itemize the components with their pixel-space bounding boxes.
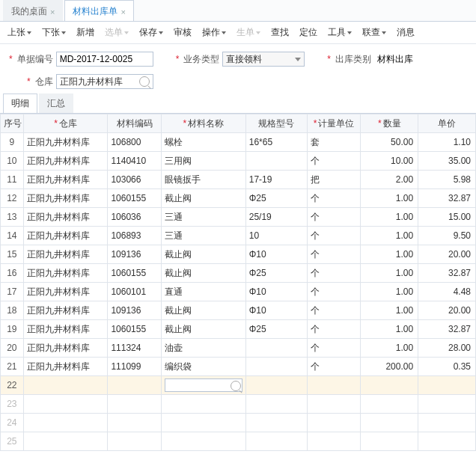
- cell-store[interactable]: 正阳九井材料库: [23, 339, 108, 358]
- cell-store[interactable]: 正阳九井材料库: [23, 320, 108, 339]
- cell-price[interactable]: 20.00: [418, 301, 476, 320]
- cell-qty[interactable]: 1.00: [361, 208, 418, 227]
- cell-uom[interactable]: 套: [307, 133, 361, 152]
- cell-empty[interactable]: [245, 414, 307, 432]
- cell-price[interactable]: 5.98: [418, 171, 476, 189]
- cell-idx[interactable]: 16: [1, 264, 24, 283]
- cell-code[interactable]: 103066: [108, 171, 162, 189]
- toolbar-1[interactable]: 下张: [37, 25, 70, 40]
- cell-price[interactable]: 32.87: [418, 264, 476, 283]
- cell-empty[interactable]: [307, 414, 361, 432]
- cell-name[interactable]: 截止阀: [162, 189, 246, 208]
- cell-spec[interactable]: 25/19: [245, 208, 307, 227]
- cell-empty[interactable]: [361, 376, 418, 395]
- cell-uom[interactable]: 个: [307, 264, 361, 283]
- toolbar-0[interactable]: 上张: [3, 25, 36, 40]
- cell-spec[interactable]: Φ25: [245, 320, 307, 339]
- cell-store[interactable]: 正阳九井材料库: [23, 264, 108, 283]
- cell-name[interactable]: 三通: [162, 227, 246, 245]
- cell-idx[interactable]: 22: [1, 376, 24, 395]
- cell-empty[interactable]: [307, 376, 361, 395]
- cell-name[interactable]: 眼镜扳手: [162, 171, 246, 189]
- cell-idx[interactable]: 11: [1, 171, 24, 189]
- cell-store[interactable]: 正阳九井材料库: [23, 208, 108, 227]
- cell-price[interactable]: 15.00: [418, 208, 476, 227]
- cell-store[interactable]: 正阳九井材料库: [23, 301, 108, 320]
- cell-price[interactable]: 1.10: [418, 133, 476, 152]
- col-header[interactable]: *仓库: [23, 114, 108, 133]
- cell-spec[interactable]: [245, 152, 307, 171]
- cell-empty[interactable]: [23, 432, 108, 451]
- cell-name[interactable]: 油壶: [162, 339, 246, 358]
- cell-store[interactable]: 正阳九井材料库: [23, 227, 108, 245]
- cell-store[interactable]: 正阳九井材料库: [23, 283, 108, 301]
- cell-name[interactable]: 编织袋: [162, 358, 246, 376]
- cell-price[interactable]: 4.48: [418, 283, 476, 301]
- cell-price[interactable]: 9.50: [418, 227, 476, 245]
- cell-spec[interactable]: Φ25: [245, 264, 307, 283]
- cell-code[interactable]: 106800: [108, 133, 162, 152]
- cell-spec[interactable]: Φ10: [245, 283, 307, 301]
- toolbar-8[interactable]: 查找: [266, 25, 293, 40]
- close-icon[interactable]: ×: [50, 7, 55, 16]
- cell-code[interactable]: 106893: [108, 227, 162, 245]
- cell-store[interactable]: 正阳九井材料库: [23, 171, 108, 189]
- cell-qty[interactable]: 1.00: [361, 339, 418, 358]
- cell-idx[interactable]: 21: [1, 358, 24, 376]
- cell-name[interactable]: 截止阀: [162, 245, 246, 264]
- cell-idx[interactable]: 10: [1, 152, 24, 171]
- search-icon[interactable]: [231, 381, 241, 391]
- toolbar-2[interactable]: 新增: [72, 25, 99, 40]
- cell-uom[interactable]: 个: [307, 320, 361, 339]
- cell-code[interactable]: 1060155: [108, 189, 162, 208]
- combo-store[interactable]: 正阳九井材料库: [56, 74, 153, 89]
- cell-price[interactable]: 32.87: [418, 320, 476, 339]
- cell-idx[interactable]: 24: [1, 414, 24, 432]
- cell-empty[interactable]: [418, 395, 476, 414]
- cell-uom[interactable]: 个: [307, 358, 361, 376]
- cell-empty[interactable]: [162, 414, 246, 432]
- cell-code[interactable]: 111324: [108, 339, 162, 358]
- tab-desktop[interactable]: 我的桌面 ×: [3, 0, 63, 21]
- cell-idx[interactable]: 12: [1, 189, 24, 208]
- cell-empty[interactable]: [108, 432, 162, 451]
- cell-empty[interactable]: [162, 395, 246, 414]
- cell-qty[interactable]: 1.00: [361, 189, 418, 208]
- cell-empty[interactable]: [245, 432, 307, 451]
- cell-spec[interactable]: [245, 339, 307, 358]
- cell-idx[interactable]: 18: [1, 301, 24, 320]
- cell-uom[interactable]: 个: [307, 301, 361, 320]
- cell-uom[interactable]: 个: [307, 339, 361, 358]
- col-header[interactable]: *材料名称: [162, 114, 246, 133]
- cell-name[interactable]: 截止阀: [162, 264, 246, 283]
- cell-qty[interactable]: 1.00: [361, 227, 418, 245]
- cell-qty[interactable]: 1.00: [361, 245, 418, 264]
- cell-code[interactable]: 106036: [108, 208, 162, 227]
- cell-empty[interactable]: [245, 395, 307, 414]
- col-header[interactable]: *数量: [361, 114, 418, 133]
- col-header[interactable]: *计量单位: [307, 114, 361, 133]
- cell-name-edit[interactable]: [162, 376, 246, 395]
- cell-empty[interactable]: [361, 432, 418, 451]
- cell-store[interactable]: 正阳九井材料库: [23, 152, 108, 171]
- cell-uom[interactable]: 个: [307, 245, 361, 264]
- cell-spec[interactable]: Φ10: [245, 245, 307, 264]
- cell-name[interactable]: 螺栓: [162, 133, 246, 152]
- toolbar-9[interactable]: 定位: [295, 25, 322, 40]
- cell-qty[interactable]: 10.00: [361, 152, 418, 171]
- cell-qty[interactable]: 1.00: [361, 264, 418, 283]
- cell-idx[interactable]: 20: [1, 339, 24, 358]
- cell-spec[interactable]: 16*65: [245, 133, 307, 152]
- cell-spec[interactable]: 10: [245, 227, 307, 245]
- sub-tab-detail[interactable]: 明细: [3, 93, 37, 113]
- cell-store[interactable]: 正阳九井材料库: [23, 133, 108, 152]
- cell-empty[interactable]: [23, 395, 108, 414]
- cell-uom[interactable]: 个: [307, 208, 361, 227]
- cell-name[interactable]: 三通: [162, 208, 246, 227]
- toolbar-10[interactable]: 工具: [323, 25, 356, 40]
- cell-idx[interactable]: 23: [1, 395, 24, 414]
- cell-store[interactable]: 正阳九井材料库: [23, 189, 108, 208]
- cell-empty[interactable]: [361, 414, 418, 432]
- close-icon[interactable]: ×: [120, 7, 125, 16]
- cell-name[interactable]: 直通: [162, 283, 246, 301]
